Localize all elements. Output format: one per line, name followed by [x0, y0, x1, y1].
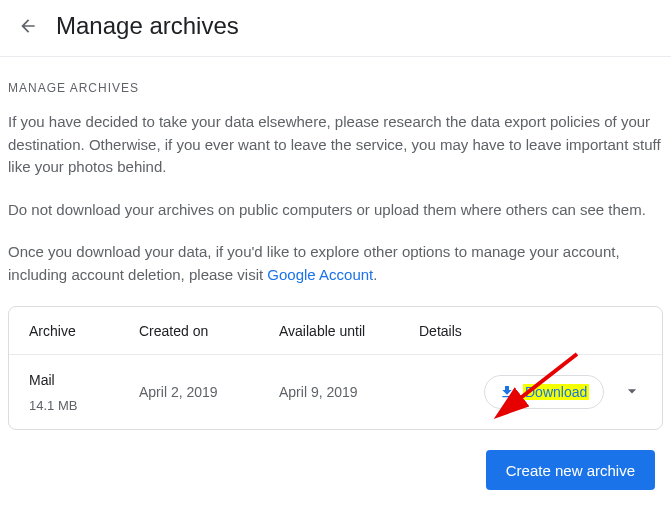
created-cell: April 2, 2019 [139, 384, 279, 400]
download-icon [499, 384, 515, 400]
available-cell: April 9, 2019 [279, 384, 419, 400]
intro-paragraph-1: If you have decided to take your data el… [8, 111, 663, 179]
content: MANAGE ARCHIVES If you have decided to t… [0, 57, 671, 502]
table-header-row: Archive Created on Available until Detai… [9, 307, 662, 355]
download-label: Download [523, 384, 589, 400]
p3-suffix: . [373, 266, 377, 283]
chevron-down-icon[interactable] [622, 381, 642, 404]
archives-table: Archive Created on Available until Detai… [8, 306, 663, 430]
back-arrow-icon[interactable] [16, 14, 40, 38]
table-row: Mail 14.1 MB April 2, 2019 April 9, 2019… [9, 355, 662, 429]
intro-paragraph-2: Do not download your archives on public … [8, 199, 663, 222]
archive-size: 14.1 MB [29, 398, 139, 413]
google-account-link[interactable]: Google Account [267, 266, 373, 283]
footer: Create new archive [8, 430, 663, 502]
download-button[interactable]: Download [484, 375, 604, 409]
col-header-details: Details [419, 323, 484, 339]
col-header-archive: Archive [29, 323, 139, 339]
archive-name: Mail [29, 372, 139, 388]
create-new-archive-button[interactable]: Create new archive [486, 450, 655, 490]
col-header-available: Available until [279, 323, 419, 339]
page-header: Manage archives [0, 0, 671, 57]
col-header-created: Created on [139, 323, 279, 339]
intro-paragraph-3: Once you download your data, if you'd li… [8, 241, 663, 286]
page-title: Manage archives [56, 12, 239, 40]
archive-cell: Mail 14.1 MB [29, 372, 139, 413]
section-label: MANAGE ARCHIVES [8, 81, 663, 95]
